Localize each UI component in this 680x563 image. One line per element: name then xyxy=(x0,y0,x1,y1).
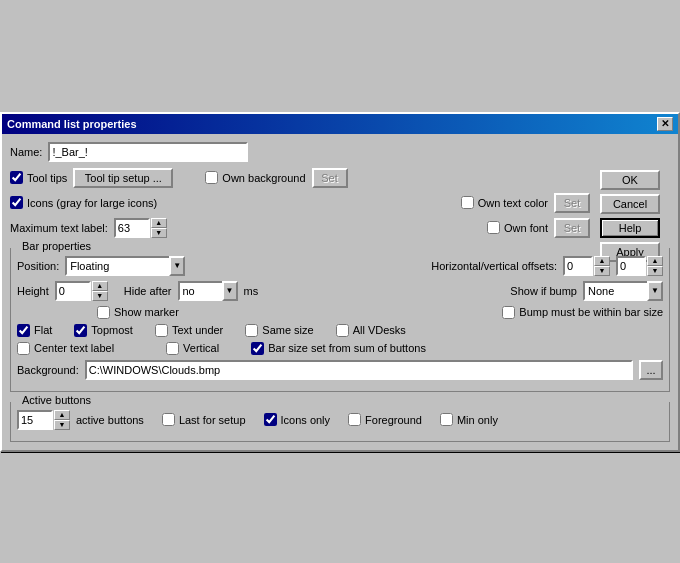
dialog-window: Command list properties ✕ OK Cancel Help… xyxy=(0,112,680,452)
count-input[interactable] xyxy=(17,410,53,430)
cancel-button[interactable]: Cancel xyxy=(600,194,660,214)
max-text-row: Maximum text label: ▲ ▼ Own font Set xyxy=(10,218,590,238)
last-setup-checkbox[interactable] xyxy=(162,413,175,426)
set3-button[interactable]: Set xyxy=(554,218,590,238)
count-btns: ▲ ▼ xyxy=(54,410,70,430)
offset1-down[interactable]: ▼ xyxy=(594,266,610,276)
height-input[interactable] xyxy=(55,281,91,301)
max-text-input[interactable] xyxy=(114,218,150,238)
offset1-up[interactable]: ▲ xyxy=(594,256,610,266)
height-label: Height xyxy=(17,285,49,297)
title-bar: Command list properties ✕ xyxy=(2,114,678,134)
browse-button[interactable]: ... xyxy=(639,360,663,380)
height-down[interactable]: ▼ xyxy=(92,291,108,301)
foreground-wrap[interactable]: Foreground xyxy=(348,413,422,426)
background-row: Background: ... xyxy=(17,360,663,380)
own-background-wrap[interactable]: Own background xyxy=(205,171,305,184)
vertical-checkbox[interactable] xyxy=(166,342,179,355)
offset2-up[interactable]: ▲ xyxy=(647,256,663,266)
offset1-spinner: ▲ ▼ xyxy=(563,256,610,276)
foreground-checkbox[interactable] xyxy=(348,413,361,426)
same-size-checkbox[interactable] xyxy=(245,324,258,337)
topmost-wrap[interactable]: Topmost xyxy=(74,324,133,337)
show-marker-wrap[interactable]: Show marker xyxy=(97,306,179,319)
center-text-checkbox[interactable] xyxy=(17,342,30,355)
name-input[interactable] xyxy=(48,142,248,162)
active-buttons-row: ▲ ▼ active buttons Last for setup Icons … xyxy=(17,410,663,430)
hide-after-label: Hide after xyxy=(124,285,172,297)
center-text-label: Center text label xyxy=(34,342,114,354)
all-vdesks-wrap[interactable]: All VDesks xyxy=(336,324,406,337)
count-up[interactable]: ▲ xyxy=(54,410,70,420)
icons-label: Icons (gray for large icons) xyxy=(27,197,157,209)
count-down[interactable]: ▼ xyxy=(54,420,70,430)
ok-button[interactable]: OK xyxy=(600,170,660,190)
background-input[interactable] xyxy=(85,360,633,380)
text-under-checkbox[interactable] xyxy=(155,324,168,337)
ms-label: ms xyxy=(244,285,259,297)
set2-button[interactable]: Set xyxy=(554,193,590,213)
min-only-checkbox[interactable] xyxy=(440,413,453,426)
offset2-btns: ▲ ▼ xyxy=(647,256,663,276)
bar-size-label: Bar size set from sum of buttons xyxy=(268,342,426,354)
topmost-label: Topmost xyxy=(91,324,133,336)
own-text-color-checkbox[interactable] xyxy=(461,196,474,209)
count-spinner: ▲ ▼ xyxy=(17,410,70,430)
icons-row: Icons (gray for large icons) Own text co… xyxy=(10,193,590,213)
vertical-label: Vertical xyxy=(183,342,219,354)
own-font-wrap[interactable]: Own font xyxy=(487,221,548,234)
bar-size-checkbox[interactable] xyxy=(251,342,264,355)
center-text-wrap[interactable]: Center text label xyxy=(17,342,114,355)
max-text-label: Maximum text label: xyxy=(10,222,108,234)
own-background-checkbox[interactable] xyxy=(205,171,218,184)
bump-within-checkbox[interactable] xyxy=(502,306,515,319)
icons-only-wrap[interactable]: Icons only xyxy=(264,413,331,426)
tooltips-checkbox[interactable] xyxy=(10,171,23,184)
min-only-wrap[interactable]: Min only xyxy=(440,413,498,426)
set1-button[interactable]: Set xyxy=(312,168,348,188)
height-spinner: ▲ ▼ xyxy=(55,281,108,301)
icons-checkbox-wrap[interactable]: Icons (gray for large icons) xyxy=(10,196,157,209)
last-setup-wrap[interactable]: Last for setup xyxy=(162,413,246,426)
hv-offsets-label: Horizontal/vertical offsets: xyxy=(431,260,557,272)
text-under-label: Text under xyxy=(172,324,223,336)
all-vdesks-checkbox[interactable] xyxy=(336,324,349,337)
min-only-label: Min only xyxy=(457,414,498,426)
icons-only-checkbox[interactable] xyxy=(264,413,277,426)
position-select[interactable]: Floating Fixed Desktop xyxy=(65,256,185,276)
flat-wrap[interactable]: Flat xyxy=(17,324,52,337)
topmost-checkbox[interactable] xyxy=(74,324,87,337)
icons-only-label: Icons only xyxy=(281,414,331,426)
own-background-label: Own background xyxy=(222,172,305,184)
flat-label: Flat xyxy=(34,324,52,336)
tooltips-checkbox-wrap[interactable]: Tool tips xyxy=(10,171,67,184)
offset1-input[interactable] xyxy=(563,256,593,276)
own-text-color-label: Own text color xyxy=(478,197,548,209)
tooltips-setup-button[interactable]: Tool tip setup ... xyxy=(73,168,173,188)
text-under-wrap[interactable]: Text under xyxy=(155,324,223,337)
own-font-checkbox[interactable] xyxy=(487,221,500,234)
all-vdesks-label: All VDesks xyxy=(353,324,406,336)
icons-checkbox[interactable] xyxy=(10,196,23,209)
close-button[interactable]: ✕ xyxy=(657,117,673,131)
bar-properties-group: Bar properties Position: Floating Fixed … xyxy=(10,248,670,392)
bar-size-wrap[interactable]: Bar size set from sum of buttons xyxy=(251,342,426,355)
show-if-bump-wrap: None Left Right Top Bottom ▼ xyxy=(583,281,663,301)
help-button[interactable]: Help xyxy=(600,218,660,238)
show-if-bump-select[interactable]: None Left Right Top Bottom xyxy=(583,281,663,301)
same-size-wrap[interactable]: Same size xyxy=(245,324,313,337)
vertical-wrap[interactable]: Vertical xyxy=(166,342,219,355)
own-text-color-wrap[interactable]: Own text color xyxy=(461,196,548,209)
height-up[interactable]: ▲ xyxy=(92,281,108,291)
bump-within-wrap[interactable]: Bump must be within bar size xyxy=(502,306,663,319)
offset2-down[interactable]: ▼ xyxy=(647,266,663,276)
max-text-down[interactable]: ▼ xyxy=(151,228,167,238)
show-marker-checkbox[interactable] xyxy=(97,306,110,319)
hide-after-select[interactable]: no 1000 2000 5000 xyxy=(178,281,238,301)
tooltips-label: Tool tips xyxy=(27,172,67,184)
offset2-spinner: ▲ ▼ xyxy=(616,256,663,276)
flat-checkbox[interactable] xyxy=(17,324,30,337)
max-text-up[interactable]: ▲ xyxy=(151,218,167,228)
tooltips-row: Tool tips Tool tip setup ... Own backgro… xyxy=(10,168,590,188)
offset2-input[interactable] xyxy=(616,256,646,276)
